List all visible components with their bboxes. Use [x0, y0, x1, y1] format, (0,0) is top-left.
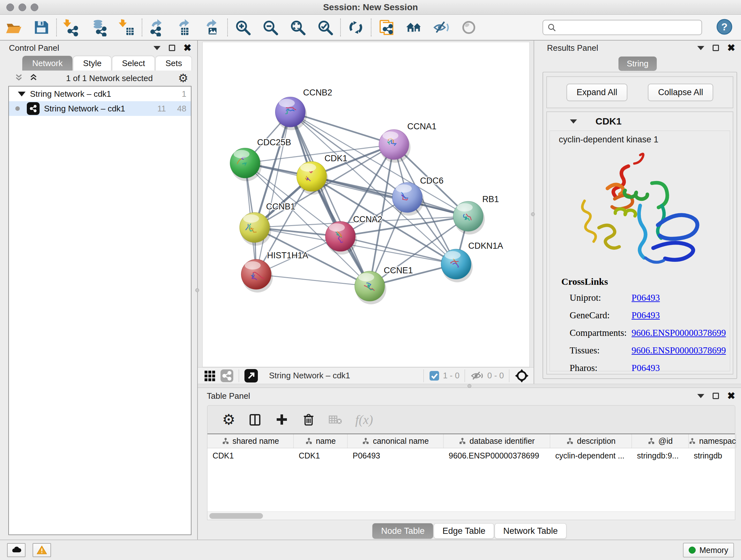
table-panel-menu-button[interactable]	[697, 394, 704, 398]
gene-section-header[interactable]: CDK1	[547, 112, 733, 131]
import-database-button[interactable]	[85, 17, 113, 38]
view-results-splitter-handle[interactable]	[531, 212, 535, 216]
crosslinks-heading: CrossLinks	[550, 276, 730, 287]
save-session-button[interactable]	[27, 17, 55, 38]
network-node-rb1[interactable]	[453, 201, 485, 235]
crosslinks-rows: Uniprot:P06493GeneCard:P06493Compartment…	[550, 289, 730, 371]
network-node-ccne1[interactable]	[355, 271, 387, 304]
network-options-button[interactable]: ⚙	[178, 72, 188, 84]
table-cell: stringdb	[689, 448, 736, 463]
zoom-in-button[interactable]	[229, 17, 257, 38]
import-network-button[interactable]	[58, 17, 85, 38]
help-button[interactable]: ?	[716, 18, 733, 37]
table-panel-float-button[interactable]	[713, 393, 719, 399]
tab-node-table[interactable]: Node Table	[373, 523, 433, 539]
column-header-canonical-name[interactable]: canonical name	[347, 434, 444, 448]
network-node-cdkn1a[interactable]	[441, 249, 473, 282]
results-panel-float-button[interactable]	[713, 45, 719, 51]
show-columns-button[interactable]	[248, 413, 262, 427]
network-collection-row[interactable]: String Network – cdk1 1	[9, 86, 191, 101]
zoom-selected-button[interactable]	[312, 17, 339, 38]
warning-status-button[interactable]	[32, 543, 51, 557]
splitter-handle[interactable]	[468, 384, 471, 388]
table-tabs: Node TableEdge TableNetwork Table	[198, 523, 741, 539]
hidden-eye-slash-icon[interactable]	[470, 370, 484, 381]
control-panel-float-button[interactable]	[169, 45, 175, 51]
collapse-all-button[interactable]: Collapse All	[648, 84, 713, 101]
network-node-ccna1[interactable]	[379, 130, 410, 163]
share-document-button[interactable]	[373, 17, 400, 38]
network-node-ccna2[interactable]	[326, 221, 357, 254]
crosslink-link[interactable]: 9606.ENSP00000378699	[631, 345, 726, 356]
control-panel-menu-button[interactable]	[153, 46, 160, 50]
gear-icon: ⚙	[222, 412, 235, 427]
crosslink-link[interactable]: P06493	[631, 293, 660, 303]
export-image-icon	[203, 18, 221, 37]
open-session-button[interactable]	[0, 17, 27, 38]
network-node-cdk1[interactable]	[297, 162, 328, 195]
crosslink-link[interactable]: P06493	[631, 310, 660, 320]
delete-column-button[interactable]	[301, 413, 316, 427]
share-network-button[interactable]	[220, 369, 233, 382]
results-panel-close-button[interactable]: ✖	[727, 43, 735, 53]
expand-all-button[interactable]	[29, 73, 38, 84]
table-panel-close-button[interactable]: ✖	[727, 391, 735, 401]
node-label-cdkn1a: CDKN1A	[468, 241, 503, 251]
refresh-button[interactable]	[342, 17, 369, 38]
open-in-new-window-button[interactable]	[244, 369, 258, 383]
collapse-all-button[interactable]	[14, 73, 23, 84]
column-header-namespac[interactable]: namespac	[689, 434, 736, 448]
expand-all-button[interactable]: Expand All	[566, 84, 628, 101]
fit-selected-crosshair-button[interactable]	[515, 368, 529, 383]
search-input[interactable]	[559, 23, 701, 32]
add-column-button[interactable]	[275, 413, 289, 427]
selected-checkbox-icon[interactable]	[429, 370, 440, 381]
results-panel-menu-button[interactable]	[697, 46, 704, 50]
horizontal-splitter[interactable]	[198, 384, 741, 388]
tab-string[interactable]: String	[618, 57, 657, 71]
export-image-button[interactable]	[199, 17, 226, 38]
hide-panel-button[interactable]	[428, 17, 455, 38]
zoom-out-button[interactable]	[257, 17, 284, 38]
table-settings-button[interactable]: ⚙	[222, 412, 235, 427]
tab-network[interactable]: Network	[22, 56, 72, 71]
network-canvas[interactable]: CCNB2CCNA1CDC25BCDK1CDC6RB1CCNB1CCNA2CDK…	[202, 42, 530, 367]
column-header-description[interactable]: description	[550, 434, 632, 448]
crosslink-link[interactable]: P06493	[631, 363, 660, 371]
eye-button[interactable]	[455, 17, 482, 38]
cloud-status-button[interactable]	[7, 543, 25, 557]
column-header-shared-name[interactable]: shared name	[207, 434, 293, 448]
column-header-name[interactable]: name	[293, 434, 347, 448]
network-graph[interactable]: CCNB2CCNA1CDC25BCDK1CDC6RB1CCNB1CCNA2CDK…	[203, 42, 529, 367]
tab-style[interactable]: Style	[73, 56, 111, 71]
tab-sets[interactable]: Sets	[155, 56, 192, 71]
network-row[interactable]: String Network – cdk1 11 48	[9, 101, 191, 116]
table-hscrollbar[interactable]	[207, 511, 735, 520]
scrollbar-thumb[interactable]	[209, 513, 263, 519]
export-network-button[interactable]	[144, 17, 171, 38]
tab-edge-table[interactable]: Edge Table	[434, 523, 494, 539]
zoom-fit-button[interactable]	[284, 17, 312, 38]
memory-button[interactable]: Memory	[683, 543, 734, 557]
function-builder-button[interactable]: f(x)	[355, 412, 373, 427]
crosslink-link[interactable]: 9606.ENSP00000378699	[631, 327, 726, 338]
network-node-cdc25b[interactable]	[230, 148, 262, 181]
control-panel-close-button[interactable]: ✖	[184, 43, 192, 53]
network-node-ccnb2[interactable]	[275, 97, 307, 130]
search-box[interactable]	[542, 20, 702, 35]
birdseye-grid-button[interactable]	[204, 370, 216, 382]
attribute-icon	[222, 438, 229, 445]
tree-expand-icon[interactable]	[18, 91, 25, 97]
string-home-button[interactable]	[400, 17, 428, 38]
table-row[interactable]: CDK1CDK1P064939606.ENSP00000378699cyclin…	[207, 448, 735, 463]
vertical-splitter-handle[interactable]	[195, 288, 199, 292]
double-chevron-down-icon	[14, 73, 23, 82]
import-table-button[interactable]	[113, 17, 140, 38]
column-header--id[interactable]: @id	[632, 434, 689, 448]
delete-table-button[interactable]	[328, 413, 342, 427]
column-header-database-identifier[interactable]: database identifier	[444, 434, 550, 448]
export-table-button[interactable]	[171, 17, 199, 38]
tab-select[interactable]: Select	[112, 56, 155, 71]
network-node-hist1h1a[interactable]	[241, 259, 273, 293]
tab-network-table[interactable]: Network Table	[495, 523, 566, 539]
